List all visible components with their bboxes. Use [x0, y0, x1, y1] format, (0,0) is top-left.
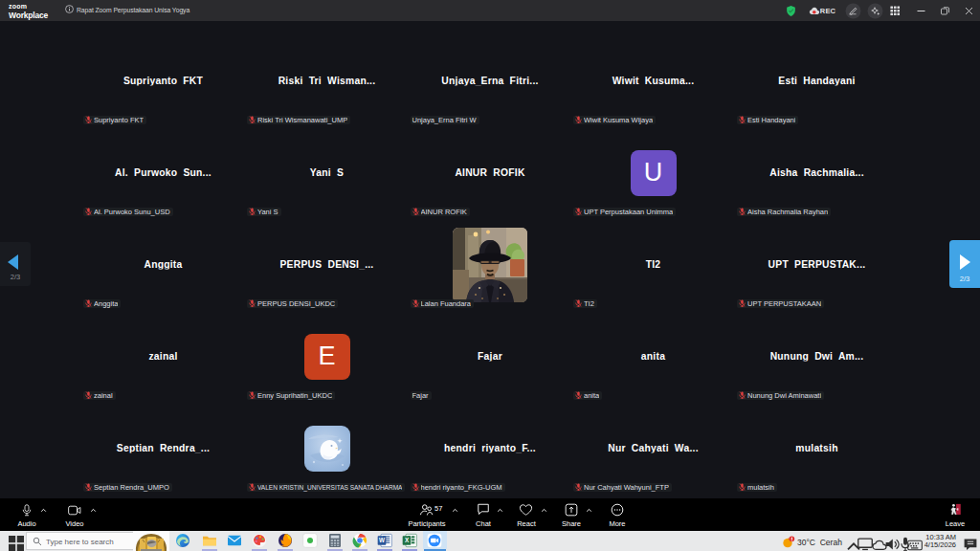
svg-text:W: W	[379, 537, 385, 543]
